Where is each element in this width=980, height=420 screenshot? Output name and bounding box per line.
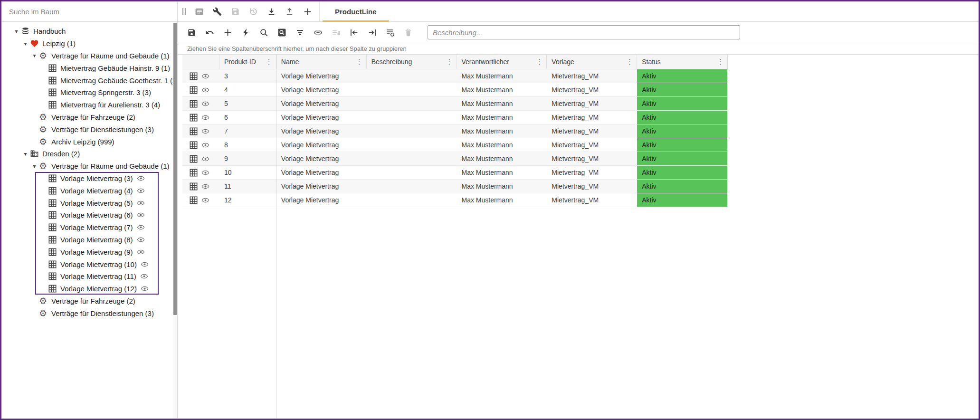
tree-item[interactable]: Mietvertrag Gebäude Goethestr. 1 (2)	[1, 74, 177, 86]
tree-item[interactable]: ⚙Archiv Leipzig (999)	[1, 135, 177, 148]
table-row[interactable]: 9Vorlage MietvertragMax MustermannMietve…	[182, 152, 728, 166]
tree-item[interactable]: ▾⚙Verträge für Räume und Gebäude (1)	[1, 50, 177, 62]
delete-button-disabled[interactable]	[399, 23, 417, 42]
filter-button[interactable]	[291, 23, 309, 42]
cell-vorlage: Mietvertrag_VM	[547, 152, 637, 165]
plus-icon	[303, 7, 312, 16]
description-input[interactable]	[428, 25, 740, 39]
tree-item[interactable]: ⚙Verträge für Dienstleistungen (3)	[1, 307, 177, 319]
undo-button[interactable]	[200, 23, 219, 42]
tree-item[interactable]: Vorlage Mietvertrag (6)	[1, 209, 177, 221]
tree-item-label: Verträge für Räume und Gebäude (1)	[51, 52, 169, 60]
table-row[interactable]: 6Vorlage MietvertragMax MustermannMietve…	[182, 111, 728, 124]
column-header[interactable]: Vorlage⋮	[547, 55, 637, 69]
table-row[interactable]: 12Vorlage MietvertragMax MustermannMietv…	[182, 193, 728, 207]
column-menu-icon[interactable]: ⋮	[264, 57, 274, 66]
column-menu-icon[interactable]: ⋮	[445, 57, 455, 66]
refresh-rows-button[interactable]	[381, 23, 399, 42]
tree-scrollbar[interactable]	[173, 22, 177, 419]
add-row-button[interactable]	[219, 23, 237, 42]
column-menu-icon[interactable]: ⋮	[715, 57, 725, 66]
column-header[interactable]: Name⋮	[276, 55, 367, 69]
tree-item[interactable]: Vorlage Mietvertrag (12)	[1, 283, 177, 295]
row-icons-cell	[182, 83, 219, 96]
column-header[interactable]: Verantwortlicher⋮	[457, 55, 547, 69]
table-icon	[189, 182, 198, 191]
table-row[interactable]: 8Vorlage MietvertragMax MustermannMietve…	[182, 138, 728, 152]
link-button[interactable]	[309, 23, 327, 42]
column-menu-icon[interactable]: ⋮	[625, 57, 635, 66]
tree-item[interactable]: Vorlage Mietvertrag (3)	[1, 172, 177, 185]
tree-item[interactable]: Mietvertrag für Aurelienstr. 3 (4)	[1, 99, 177, 111]
table-icon	[48, 284, 59, 293]
status-badge: Aktiv	[637, 166, 727, 179]
expander-icon[interactable]: ▾	[21, 40, 30, 47]
tree-item[interactable]: Vorlage Mietvertrag (9)	[1, 246, 177, 258]
table-row[interactable]: 3Vorlage MietvertragMax MustermannMietve…	[182, 69, 728, 83]
trash-icon	[404, 28, 413, 37]
tree-item[interactable]: ▾Dresden (2)	[1, 148, 177, 160]
tree-item-label: Vorlage Mietvertrag (12)	[60, 285, 137, 293]
indent-decrease-button[interactable]	[345, 23, 363, 42]
tree-item[interactable]: ⚙Verträge für Fahrzeuge (2)	[1, 111, 177, 124]
tree-item[interactable]: Vorlage Mietvertrag (10)	[1, 258, 177, 270]
table-icon	[48, 174, 59, 183]
tab-productline[interactable]: ProductLine	[323, 1, 389, 22]
table-row[interactable]: 11Vorlage MietvertragMax MustermannMietv…	[182, 180, 728, 193]
group-by-bar[interactable]: Ziehen Sie eine Spaltenüberschrift hierh…	[178, 43, 979, 55]
table-row[interactable]: 4Vorlage MietvertragMax MustermannMietve…	[182, 83, 728, 97]
freeze-columns-button-disabled[interactable]	[327, 23, 345, 42]
tree-item[interactable]: ▾⚙Verträge für Räume und Gebäude (1)	[1, 160, 177, 172]
expander-icon[interactable]: ▾	[21, 151, 30, 157]
tree-item[interactable]: ▾Leipzig (1)	[1, 38, 177, 50]
expander-icon[interactable]: ▾	[30, 52, 39, 59]
save-button-disabled[interactable]	[226, 2, 244, 21]
indent-increase-button[interactable]	[363, 23, 381, 42]
eye-icon	[201, 86, 209, 94]
main-panel: ProductLine	[178, 1, 979, 419]
tree-item-label: Vorlage Mietvertrag (5)	[60, 199, 133, 207]
download-button[interactable]	[262, 2, 280, 21]
tree-item[interactable]: Vorlage Mietvertrag (11)	[1, 270, 177, 283]
table-row[interactable]: 5Vorlage MietvertragMax MustermannMietve…	[182, 97, 728, 111]
upload-button[interactable]	[280, 2, 298, 21]
tree-search-input[interactable]	[9, 8, 170, 16]
column-header[interactable]: Beschreibung⋮	[367, 55, 457, 69]
tree-item[interactable]: Vorlage Mietvertrag (5)	[1, 197, 177, 209]
splitter-handle[interactable]	[182, 8, 186, 15]
cell-vorlage: Mietvertrag_VM	[547, 193, 637, 207]
cell-beschreibung	[367, 180, 457, 193]
table-row[interactable]: 7Vorlage MietvertragMax MustermannMietve…	[182, 124, 728, 138]
column-header[interactable]: Produkt-ID⋮	[219, 55, 276, 69]
table-row[interactable]: 10Vorlage MietvertragMax MustermannMietv…	[182, 166, 728, 180]
tree-item[interactable]: ⚙Verträge für Dienstleistungen (3)	[1, 123, 177, 135]
column-menu-icon[interactable]: ⋮	[354, 57, 364, 66]
tree-item[interactable]: ▾Handbuch	[1, 25, 177, 38]
scrollbar-thumb[interactable]	[173, 23, 177, 315]
tree-item[interactable]: Vorlage Mietvertrag (4)	[1, 184, 177, 197]
tree-item[interactable]: Mietvertrag Springerstr. 3 (3)	[1, 86, 177, 99]
tree-item[interactable]: Mietvertrag Gebäude Hainstr. 9 (1)	[1, 62, 177, 74]
tree-item[interactable]: ⚙Verträge für Fahrzeuge (2)	[1, 295, 177, 307]
gear-icon: ⚙	[39, 113, 50, 122]
expander-icon[interactable]: ▾	[30, 163, 39, 170]
tree-item[interactable]: Vorlage Mietvertrag (7)	[1, 221, 177, 234]
search-icon	[259, 28, 268, 37]
list-panel-button[interactable]	[190, 2, 208, 21]
column-menu-icon[interactable]: ⋮	[534, 57, 544, 66]
tools-button[interactable]	[208, 2, 226, 21]
save-button[interactable]	[182, 23, 200, 42]
cell-id: 3	[219, 69, 276, 83]
expander-icon[interactable]: ▾	[12, 28, 21, 35]
search-button[interactable]	[255, 23, 273, 42]
cell-vorlage: Mietvertrag_VM	[547, 97, 637, 110]
gear-icon: ⚙	[39, 296, 50, 305]
tree-item-label: Vorlage Mietvertrag (11)	[60, 272, 136, 280]
cell-id: 6	[219, 111, 276, 124]
add-tab-button[interactable]	[298, 2, 316, 21]
history-button-disabled[interactable]	[244, 2, 262, 21]
column-header[interactable]: Status⋮	[637, 55, 727, 69]
search-in-grid-button[interactable]	[273, 23, 291, 42]
tree-item[interactable]: Vorlage Mietvertrag (8)	[1, 234, 177, 246]
execute-button[interactable]	[237, 23, 255, 42]
